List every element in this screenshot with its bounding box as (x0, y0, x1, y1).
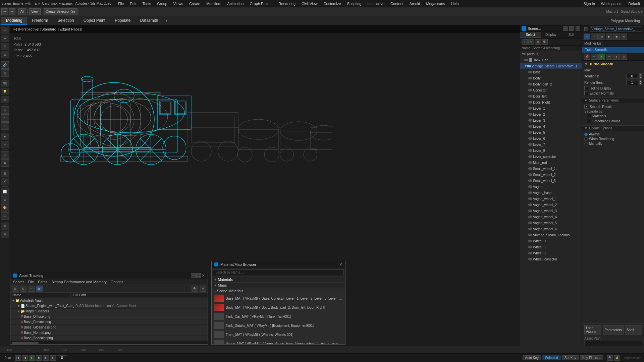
lt-color-clip-btn[interactable]: 🎨 (1, 204, 9, 212)
mod-tab-hierarchy[interactable]: ⊕ (598, 34, 605, 40)
scene-item-tankcar[interactable]: Tank_Car (520, 57, 582, 63)
mat-item-tankdetails[interactable]: Tank_Details_MAT ( VRayMtl ) [Equipment,… (212, 321, 345, 330)
asset-row-basefresnel[interactable]: 🖼 Base_Fresnel.png (10, 319, 208, 325)
mod-btn-make-unique[interactable]: ◈ (613, 54, 620, 60)
scene-item-vagonw5[interactable]: Vagon_wheel_5 (520, 220, 582, 226)
lt-track-view-btn[interactable]: 📊 (1, 188, 9, 195)
menu-file[interactable]: File (115, 1, 127, 6)
asset-row-scene[interactable]: ▼ 📄 Steam_Engine_with_Tank_Cars_max_vray… (10, 303, 208, 309)
lt-unlink-btn[interactable]: ⛓ (1, 69, 9, 77)
scene-item-vagonbase[interactable]: Vagon_base (520, 190, 582, 196)
scene-options-btn[interactable]: ⚙ (535, 39, 541, 45)
tl-play-btn[interactable]: ▶ (29, 355, 35, 361)
lt-link-btn[interactable]: 🔗 (1, 61, 9, 69)
scene-item-lever4[interactable]: Lever_4 (520, 123, 582, 129)
status-lock-btn[interactable]: 🔒 (614, 355, 620, 361)
lt-move-btn[interactable]: ✛ (1, 35, 9, 42)
lt-angle-btn[interactable]: ∠ (1, 178, 9, 185)
tl-next-btn[interactable]: ▶| (43, 355, 49, 361)
ts-iterations-input[interactable]: 0 (626, 74, 638, 79)
scene-add-btn[interactable]: + (522, 39, 528, 45)
asset-menu-paths[interactable]: Paths (38, 280, 47, 284)
asset-row-maps[interactable]: ▼ 📂 Maps / Shaders (10, 309, 208, 314)
undo-btn[interactable]: ↩ (1, 8, 8, 15)
mat-section-materials[interactable]: + Materials (212, 277, 345, 283)
scene-item-body2[interactable]: Body_part_2 (520, 81, 582, 87)
set-key-btn[interactable]: Set Key (562, 355, 579, 360)
lt-camera-btn[interactable]: 📷 (1, 80, 9, 87)
scene-item-vagonw1[interactable]: Vagon_wheel_1 (520, 196, 582, 202)
asset-tb-reload[interactable]: ↺ (200, 286, 206, 292)
menu-modifiers[interactable]: Modifiers (204, 1, 224, 6)
load-assets-btn[interactable]: Load Assets (584, 325, 601, 335)
asset-minimize-btn[interactable]: — (191, 273, 196, 278)
menu-help[interactable]: Help (448, 1, 462, 6)
scene-item-lever5[interactable]: Lever_5 (520, 129, 582, 135)
lt-rotate-btn[interactable]: ↻ (1, 43, 9, 50)
menu-rendering[interactable]: Rendering (276, 1, 298, 6)
select-set-btn[interactable]: Create Selection Se (44, 8, 77, 15)
scene-item-vagonw6[interactable]: Vagon_wheel_6 (520, 226, 582, 232)
menu-create[interactable]: Create (186, 1, 203, 6)
tl-start-btn[interactable]: |◀ (15, 355, 21, 361)
status-search-btn[interactable]: 🔍 (607, 355, 613, 361)
tab-modeling[interactable]: Modeling (1, 17, 27, 25)
asset-tb3[interactable]: ≡ (28, 286, 35, 292)
auto-key-btn[interactable]: Auto Key (523, 355, 541, 360)
scene-item-smallwheel2[interactable]: Small_wheel_2 (520, 172, 582, 178)
asset-tb2[interactable]: ⊟ (20, 286, 26, 292)
scene-item-wheel1[interactable]: Wheel_1 (520, 238, 582, 244)
ts-render-down[interactable]: ▼ (639, 82, 642, 85)
scene-item-locomotive[interactable]: ▼ Vintage_Steam_Locomotive_1 (520, 63, 582, 69)
scene-item-vintageabbrev[interactable]: Vintage_Steam_Locomo... (520, 232, 582, 238)
menu-interactive[interactable]: Interactive (365, 1, 387, 6)
mod-btn-edit[interactable]: ✏ (591, 54, 598, 60)
scene-tab-display[interactable]: Display (541, 32, 561, 38)
viewport-header[interactable]: [+] [Perspective] [Standard] [Edged Face… (10, 25, 520, 33)
tl-prev-btn[interactable]: ◀ (22, 355, 28, 361)
asset-close-btn[interactable]: ✕ (202, 273, 205, 278)
scene-item-wheelcon[interactable]: Wheel_conector (520, 256, 582, 262)
asset-row-vault[interactable]: ▼ 📁 Autodesk Vault (10, 298, 208, 303)
menu-civil-view[interactable]: Civil View (299, 1, 320, 6)
mod-btn-delete[interactable]: 🗑 (621, 54, 627, 60)
mat-item-vagon[interactable]: Vagon_MAT ( VRayMtl ) [Vagon, Vagon_base… (212, 339, 345, 344)
mat-section-maps[interactable]: + Maps (212, 283, 345, 288)
menu-scripting[interactable]: Scripting (344, 1, 364, 6)
lt-material-btn[interactable]: ◈ (1, 133, 9, 140)
scene-item-vagonw4[interactable]: Vagon_wheel_4 (520, 214, 582, 220)
scene-filter-btn[interactable]: ▽ (528, 39, 534, 45)
tl-end-btn[interactable]: ▶| (50, 355, 56, 361)
mod-tab-utility[interactable]: ⚙ (621, 34, 627, 40)
update-options-header[interactable]: ▼ Update Options (582, 125, 644, 131)
menu-tools[interactable]: Tools (140, 1, 154, 6)
surface-params-header[interactable]: ▼ Surface Parameters (582, 98, 644, 103)
scene-item-doorleft[interactable]: Door_left (520, 93, 582, 99)
key-filters-btn[interactable]: Key Filters... (580, 355, 603, 360)
ts-smooth-result-check[interactable] (584, 105, 588, 109)
ts-iter-down[interactable]: ▼ (639, 76, 642, 79)
scene-item-lever8[interactable]: Lever_8 (520, 147, 582, 154)
asset-row-basenormal[interactable]: 🖼 Base_Normal.png (10, 330, 208, 336)
asset-row-basediffuse[interactable]: 🖼 Base_Diffuse.png (10, 314, 208, 319)
workspaces-default[interactable]: Default (626, 1, 643, 6)
menu-arnold[interactable]: Arnold (407, 1, 423, 6)
scene-item-wheel2[interactable]: Wheel_2 (520, 244, 582, 250)
ts-render-up[interactable]: ▲ (639, 80, 642, 82)
shelf-btn[interactable]: Shelf (625, 325, 642, 335)
ts-smoothing-check[interactable] (587, 119, 591, 123)
turbosmooth-entry[interactable]: TurboSmooth (582, 47, 644, 53)
signin-btn[interactable]: Sign In (581, 1, 598, 6)
mod-btn-pin[interactable]: 📌 (584, 54, 590, 60)
menu-views[interactable]: Views (171, 1, 186, 6)
asset-menu-options[interactable]: Options (111, 280, 123, 284)
mod-tab-display[interactable]: ◉ (613, 34, 620, 40)
mat-search-input[interactable] (213, 269, 344, 275)
scene-item-vagon[interactable]: Vagon (520, 184, 582, 190)
object-color-swatch[interactable] (584, 27, 588, 31)
scene-item-conector[interactable]: Conector (520, 87, 582, 93)
asset-menu-file[interactable]: File (28, 280, 34, 284)
scene-item-lever6[interactable]: Lever_6 (520, 135, 582, 141)
mod-tab-motion[interactable]: ▶ (606, 34, 612, 40)
ts-explicit-check[interactable] (584, 91, 588, 95)
